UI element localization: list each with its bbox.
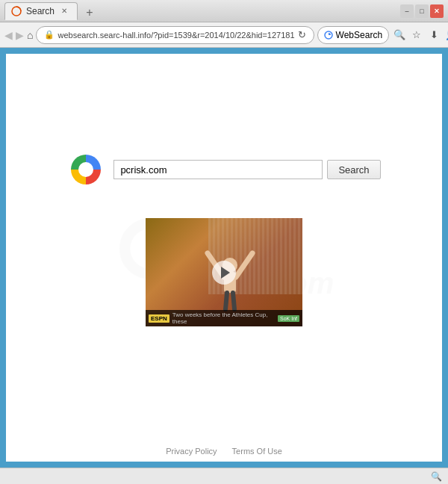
svg-line-8: [236, 253, 252, 277]
search-button[interactable]: Search: [327, 160, 380, 179]
page-inner: pc risk.com: [6, 54, 442, 462]
privacy-policy-link[interactable]: Privacy Policy: [166, 447, 217, 456]
address-lock-icon: 🔒: [44, 30, 55, 40]
bookmark-star-icon[interactable]: ☆: [409, 28, 424, 43]
back-button[interactable]: ◀: [4, 27, 13, 43]
forward-button[interactable]: ▶: [16, 27, 24, 43]
user-icon[interactable]: 👤: [444, 28, 448, 43]
status-right-icons: 🔍: [431, 471, 442, 482]
play-button-icon[interactable]: [212, 261, 236, 285]
search-icon[interactable]: 🔍: [392, 28, 407, 43]
refresh-button[interactable]: ↻: [298, 29, 306, 40]
svg-line-9: [225, 293, 227, 309]
nav-search-box[interactable]: WebSearch: [317, 26, 389, 44]
tab-area: Search ✕ +: [4, 2, 400, 20]
search-area: Search: [6, 151, 442, 188]
search-logo-icon: [67, 151, 105, 188]
status-zoom-icon: 🔍: [431, 471, 442, 482]
active-tab[interactable]: Search ✕: [4, 2, 78, 20]
nav-search-engine-icon: [324, 31, 333, 40]
maximize-button[interactable]: □: [415, 4, 429, 18]
home-button[interactable]: ⌂: [27, 27, 33, 43]
download-icon[interactable]: ⬇: [426, 28, 441, 43]
video-description-text: Two weeks before the Athletes Cup, these: [172, 311, 275, 325]
svg-line-10: [233, 293, 234, 309]
video-channel-label: ESPN: [149, 314, 169, 323]
window-controls: – □ ✕: [400, 4, 444, 18]
search-input-container: Search: [113, 160, 380, 179]
status-bar: 🔍: [0, 468, 448, 484]
tab-favicon-icon: [11, 6, 22, 16]
navigation-bar: ◀ ▶ ⌂ 🔒 websearch.searc-hall.info/?pid=1…: [0, 22, 448, 48]
title-bar: Search ✕ + – □ ✕: [0, 0, 448, 22]
address-bar[interactable]: 🔒 websearch.searc-hall.info/?pid=1539&r=…: [36, 26, 314, 44]
search-input[interactable]: [113, 160, 323, 179]
browser-content: pc risk.com: [0, 48, 448, 468]
close-button[interactable]: ✕: [430, 4, 444, 18]
video-container[interactable]: ESPN Two weeks before the Athletes Cup, …: [146, 218, 302, 326]
title-bar-content: Search ✕ + – □ ✕: [4, 2, 444, 20]
minimize-button[interactable]: –: [400, 4, 414, 18]
terms-of-use-link[interactable]: Terms Of Use: [232, 447, 282, 456]
new-tab-button[interactable]: +: [81, 5, 99, 20]
page-footer: Privacy Policy Terms Of Use: [6, 447, 442, 456]
tab-close-button[interactable]: ✕: [59, 6, 69, 16]
svg-point-4: [78, 162, 93, 177]
video-bar: ESPN Two weeks before the Athletes Cup, …: [146, 310, 302, 326]
url-text: websearch.searc-hall.info/?pid=1539&r=20…: [57, 31, 294, 40]
video-badge: SoK Inf: [278, 315, 299, 322]
video-inner: ESPN Two weeks before the Athletes Cup, …: [146, 218, 302, 326]
nav-search-label: WebSearch: [336, 30, 382, 40]
logo-search-row: Search: [67, 151, 380, 188]
nav-icon-group: 🔍 ☆ ⬇ 👤 ⌂ ≡: [392, 28, 448, 43]
tab-title: Search: [26, 6, 55, 16]
